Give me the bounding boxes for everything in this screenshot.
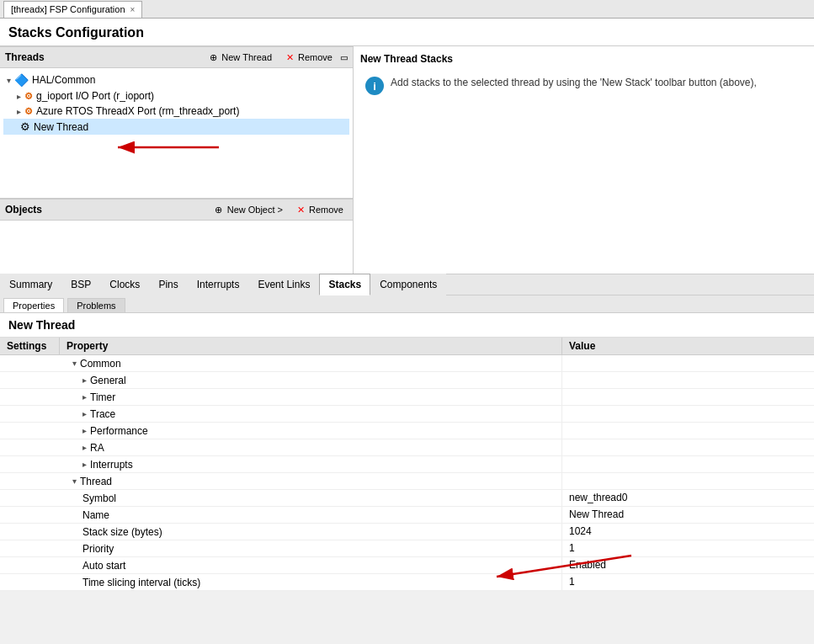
symbol-value: new_thread0 bbox=[561, 490, 814, 506]
prop-row-priority[interactable]: Priority 1 bbox=[0, 540, 814, 557]
common-expand: ▾ bbox=[72, 359, 77, 368]
info-text: Add stacks to the selected thread by usi… bbox=[391, 77, 757, 88]
prop-row-common[interactable]: ▾ Common bbox=[0, 355, 814, 372]
remove-object-icon: ✕ bbox=[295, 204, 306, 216]
tab-label: [threadx] FSP Configuration bbox=[11, 4, 125, 14]
objects-tree bbox=[0, 221, 353, 274]
properties-table: Settings Property Value ▾ Common ▸ Gener… bbox=[0, 338, 814, 591]
tab-interrupts[interactable]: Interrupts bbox=[188, 274, 249, 295]
tree-ioport-label: g_ioport I/O Port (r_ioport) bbox=[36, 90, 154, 102]
tab-stacks[interactable]: Stacks bbox=[319, 274, 370, 295]
col-value: Value bbox=[561, 338, 814, 354]
tree-root-label: HAL/Common bbox=[32, 74, 95, 86]
tab-summary[interactable]: Summary bbox=[0, 274, 61, 295]
props-tab-problems[interactable]: Problems bbox=[67, 298, 125, 312]
remove-object-btn[interactable]: ✕ Remove bbox=[290, 202, 348, 217]
props-table-header: Settings Property Value bbox=[0, 338, 814, 355]
expand-icon: ▾ bbox=[7, 76, 11, 85]
azure-icon: ⚙ bbox=[24, 106, 33, 117]
info-icon: i bbox=[365, 77, 384, 95]
prop-row-trace[interactable]: ▸ Trace bbox=[0, 406, 814, 423]
page-title: Stacks Configuration bbox=[0, 19, 814, 46]
remove-thread-btn[interactable]: ✕ Remove bbox=[279, 50, 337, 65]
props-tab-properties[interactable]: Properties bbox=[3, 298, 64, 312]
new-thread-stacks-panel: New Thread Stacks i Add stacks to the se… bbox=[354, 46, 814, 274]
new-thread-icon: ⊕ bbox=[207, 51, 219, 63]
prop-row-timer[interactable]: ▸ Timer bbox=[0, 389, 814, 406]
ioport-icon: ⚙ bbox=[24, 91, 33, 102]
new-thread-stacks-title: New Thread Stacks bbox=[360, 53, 807, 65]
prop-row-symbol[interactable]: Symbol new_thread0 bbox=[0, 490, 814, 507]
tree-item-root[interactable]: ▾ 🔷 HAL/Common bbox=[3, 72, 349, 88]
tree-new-thread-label: New Thread bbox=[34, 121, 88, 133]
section-title: New Thread bbox=[0, 313, 814, 338]
tab-clocks[interactable]: Clocks bbox=[100, 274, 149, 295]
time-slicing-value: 1 bbox=[561, 574, 814, 590]
props-tabs-row: Properties Problems bbox=[0, 295, 814, 313]
threads-panel-header: Threads ⊕ New Thread ✕ Remove ▭ bbox=[0, 46, 353, 68]
prop-row-interrupts-common[interactable]: ▸ Interrupts bbox=[0, 456, 814, 473]
stack-size-value: 1024 bbox=[561, 524, 814, 540]
prop-row-name[interactable]: Name New Thread bbox=[0, 507, 814, 524]
tab-bsp[interactable]: BSP bbox=[61, 274, 100, 295]
col-settings: Settings bbox=[0, 338, 59, 354]
prop-row-performance[interactable]: ▸ Performance bbox=[0, 423, 814, 439]
threads-label: Threads bbox=[5, 51, 45, 63]
tree-item-ioport[interactable]: ▸ ⚙ g_ioport I/O Port (r_ioport) bbox=[3, 88, 349, 104]
remove-thread-icon: ✕ bbox=[284, 51, 295, 63]
new-object-icon: ⊕ bbox=[213, 204, 225, 216]
new-thread-tree-icon: ⚙ bbox=[20, 120, 30, 133]
objects-label: Objects bbox=[5, 204, 42, 216]
tab-components[interactable]: Components bbox=[370, 274, 446, 295]
nav-tabs-row: Summary BSP Clocks Pins Interrupts Event… bbox=[0, 274, 814, 295]
new-thread-btn[interactable]: ⊕ New Thread bbox=[203, 50, 276, 65]
prop-row-stack-size[interactable]: Stack size (bytes) 1024 bbox=[0, 524, 814, 540]
prop-row-thread-group[interactable]: ▾ Thread bbox=[0, 473, 814, 490]
col-property: Property bbox=[59, 338, 561, 354]
prop-row-auto-start[interactable]: Auto start Enabled bbox=[0, 557, 814, 574]
tab-close-btn[interactable]: × bbox=[130, 5, 136, 14]
priority-value: 1 bbox=[561, 540, 814, 556]
prop-row-time-slicing[interactable]: Time slicing interval (ticks) 1 bbox=[0, 574, 814, 591]
auto-start-value: Enabled bbox=[561, 557, 814, 573]
prop-row-general[interactable]: ▸ General bbox=[0, 372, 814, 389]
tree-azure-label: Azure RTOS ThreadX Port (rm_threadx_port… bbox=[36, 105, 239, 117]
tree-item-new-thread[interactable]: ⚙ New Thread bbox=[3, 119, 349, 135]
tree-item-azure[interactable]: ▸ ⚙ Azure RTOS ThreadX Port (rm_threadx_… bbox=[3, 104, 349, 119]
new-object-btn[interactable]: ⊕ New Object > bbox=[209, 202, 287, 217]
tab-pins[interactable]: Pins bbox=[149, 274, 187, 295]
prop-row-ra[interactable]: ▸ RA bbox=[0, 439, 814, 456]
threads-minimize-btn[interactable]: ▭ bbox=[340, 53, 348, 62]
general-expand: ▸ bbox=[82, 375, 87, 385]
name-value: New Thread bbox=[561, 507, 814, 523]
tab-fsp[interactable]: [threadx] FSP Configuration × bbox=[3, 1, 142, 18]
tab-event-links[interactable]: Event Links bbox=[248, 274, 319, 295]
objects-panel-header: Objects ⊕ New Object > ✕ Remove bbox=[0, 199, 353, 221]
threads-tree: ▾ 🔷 HAL/Common ▸ ⚙ g_ioport I/O Port (r_… bbox=[0, 68, 353, 198]
